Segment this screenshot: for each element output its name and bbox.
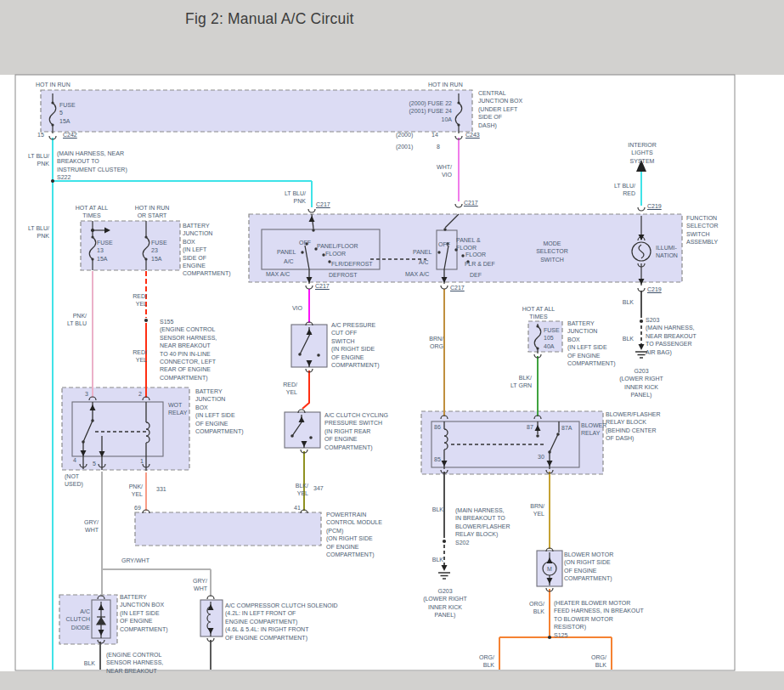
splice-s203-note: S203 (MAIN HARNESS, NEAR BREAKOUT TO PAS… (646, 316, 697, 356)
wot-pin-5: 5 (93, 460, 96, 467)
ground-g203-left: G203 (LOWER RIGHT INNER KICK PANEL) (410, 587, 480, 619)
wire-label-blk-illum-1: BLK (610, 298, 634, 306)
wot-relay-label: WOT RELAY (168, 401, 187, 417)
hot-in-run-left: HOT IN RUN (36, 81, 71, 88)
hot-at-all-times-1: HOT AT ALL TIMES (66, 204, 117, 220)
wire-label-blk-diode: BLK (71, 659, 95, 667)
splice-s155-note: S155 (ENGINE CONTROL SENSOR HARNESS, NEA… (160, 318, 217, 382)
pin-8: 8 (437, 143, 440, 150)
central-junction-box-label: CENTRAL JUNCTION BOX (UNDER LEFT SIDE OF… (478, 89, 522, 129)
connector-c219-bottom[interactable]: C219 (647, 286, 662, 293)
relay-pin-86: 86 (434, 423, 441, 431)
pcm-pin-69: 69 (134, 504, 141, 512)
wire-label-org-blk-3: ORG/ BLK (581, 653, 606, 670)
interior-lights-system: INTERIOR LIGHTS SYSTEM (616, 141, 668, 165)
pos-floor-right: FLOOR (465, 251, 486, 258)
pos-ac-right: A/C (419, 258, 429, 266)
pos-max-ac-right: MAX A/C (405, 270, 429, 278)
connector-c217-left-top[interactable]: C217 (316, 201, 330, 208)
wot-pin-3: 3 (85, 390, 88, 398)
pos-flr-def-right: FLR & DEF (465, 260, 495, 268)
mode-selector-label: MODE SELECTOR SWITCH (524, 240, 580, 263)
wire-label-gry-wht-3: GRY/ WHT (182, 577, 207, 593)
blower-motor-label: BLOWER MOTOR (ON RIGHT SIDE OF ENGINE CO… (564, 551, 613, 583)
relay-pin-87: 87 (527, 423, 533, 431)
splice-s222-note: (MAIN HARNESS, NEAR BREAKOUT TO INSTRUME… (57, 150, 127, 182)
wire-label-pnk-yel: PNK/ YEL (117, 483, 143, 499)
ac-clutch-diode-label: A/C CLUTCH DIODE (65, 608, 90, 631)
box-blower-flasher-relay-block (421, 411, 603, 474)
pin-15: 15 (37, 131, 44, 139)
relay-pin-87a: 87A (561, 424, 572, 432)
pin-14: 14 (431, 131, 438, 139)
pos-ac-left: A/C (284, 257, 294, 265)
pos-panel-floor-left: PANEL/FLOOR (317, 242, 358, 250)
wire-label-lt-blu-pnk-3: LT BLU/ PNK (280, 189, 306, 206)
hot-in-run-center: HOT IN RUN (428, 81, 463, 88)
function-selector-label: FUNCTION SELECTOR SWITCH ASSEMBLY (686, 214, 719, 246)
ground-g203-right: G203 (LOWER RIGHT INNER KICK PANEL) (606, 367, 676, 399)
battery-junction-box-2-label: BATTERY JUNCTION BOX (IN LEFT SIDE OF EN… (195, 387, 244, 435)
wire-label-brn-yel: BRN/ YEL (519, 502, 544, 518)
pcm-pin-41: 41 (294, 504, 301, 512)
wire-label-gry-wht-2: GRY/WHT (121, 557, 149, 564)
wire-label-red-yel-2: RED/ YEL (121, 348, 147, 365)
circuit-347: 347 (313, 484, 324, 492)
battery-junction-box-1-label: BATTERY JUNCTION BOX (IN LEFT SIDE OF EN… (183, 222, 231, 278)
battery-junction-box-4-label: BATTERY JUNCTION BOX (IN LEFT SIDE OF EN… (120, 593, 168, 633)
splice-s203 (640, 320, 643, 323)
wiring-diagram-viewer: Fig 2: Manual A/C Circuit (0, 0, 784, 690)
illumination-label: ILLUMI- NATION (656, 244, 678, 260)
splice-s222 (51, 179, 54, 183)
wire-label-pnk-lt-blu: PNK/ LT BLU (58, 312, 87, 328)
wire-label-red-yel-1: RED/ YEL (121, 292, 147, 308)
box-pcm (135, 512, 321, 546)
wire-label-lt-blu-pnk-1: LT BLU/ PNK (24, 152, 49, 168)
wire-label-wht-vio: WHT/ VIO (426, 163, 452, 179)
splice-s202-note: (MAIN HARNESS, IN BREAKOUT TO BLOWER/FLA… (455, 506, 510, 546)
wire-label-org-blk-2: ORG/ BLK (469, 653, 494, 670)
circuit-diagram: HOT IN RUNFUSE 5 15A15C242LT BLU/ PNK(MA… (0, 0, 784, 690)
wire-label-blk-relay-1: BLK (420, 506, 443, 513)
wire-label-vio: VIO (280, 304, 302, 312)
not-used: (NOT USED) (65, 472, 83, 489)
battery-junction-box-3-label: BATTERY JUNCTION BOX (IN LEFT SIDE OF EN… (567, 320, 616, 367)
wire-label-org-blk-1: ORG/ BLK (519, 600, 544, 616)
splice-s202 (443, 540, 446, 543)
ac-pressure-cutoff-label: A/C PRESSURE CUT OFF SWITCH (IN RIGHT SI… (331, 321, 380, 369)
hot-at-all-times-2: HOT AT ALL TIMES (512, 305, 565, 321)
splice-s125 (548, 636, 551, 639)
wire-label-brn-org: BRN/ ORG (418, 335, 443, 351)
connector-c217-center-top[interactable]: C217 (464, 199, 478, 206)
pos-def-right: DEF (470, 271, 482, 279)
box-battery-junction-wot (62, 387, 189, 470)
splice-s155 (144, 319, 148, 322)
pos-panel-right: PANEL (413, 248, 431, 256)
pos-flr-defrost-left: FLR/DEFROST (331, 260, 373, 268)
connector-c243[interactable]: C243 (465, 131, 480, 139)
fuse13-branch-dot (91, 229, 94, 232)
pcm-label: POWERTRAIN CONTROL MODULE (PCM) (ON RIGH… (326, 511, 382, 558)
motor-m: M (544, 565, 555, 573)
pos-off-left: OFF (299, 239, 311, 246)
connector-c242[interactable]: C242 (63, 131, 77, 139)
wot-pin-1: 1 (140, 457, 144, 465)
pos-off-right: OFF (438, 240, 450, 248)
year-2001: (2001) (396, 143, 413, 150)
wire-label-lt-blu-pnk-2: LT BLU/ PNK (24, 224, 49, 240)
year-2000: (2000) (396, 131, 413, 139)
connector-c219-top[interactable]: C219 (647, 202, 662, 210)
wire-label-blk-relay-2: BLK (420, 556, 443, 563)
connector-c217-left-bottom[interactable]: C217 (315, 282, 330, 290)
ac-cycling-switch-label: A/C CLUTCH CYCLING PRESSURE SWITCH (IN R… (324, 411, 388, 451)
wire-label-red-yel-3: RED/ YEL (272, 381, 297, 397)
wire-label-blk-yel: BLK/ YEL (283, 482, 308, 498)
wire-label-gry-wht-1: GRY/ WHT (73, 518, 99, 534)
fuse-13-label: FUSE 13 15A (97, 239, 113, 263)
connector-c217-right-bottom[interactable]: C217 (450, 284, 465, 291)
bottom-harness-note: (ENGINE CONTROL SENSOR HARNESS, NEAR BRE… (106, 651, 163, 675)
pos-panel-floor-right: PANEL & FLOOR (456, 236, 481, 252)
relay-pin-30: 30 (538, 453, 544, 461)
wot-pin-4: 4 (73, 456, 76, 464)
pos-floor-left: FLOOR (325, 250, 346, 257)
